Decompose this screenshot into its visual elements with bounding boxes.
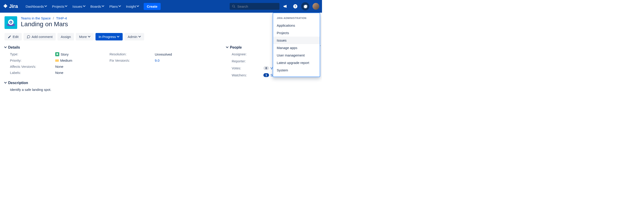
priority-medium-icon: [55, 60, 59, 61]
watchers-count-badge: 1: [264, 73, 269, 77]
issue-content: JIRA ADMINISTRATION Applications Project…: [0, 13, 322, 95]
chevron-down-icon: [4, 46, 7, 49]
description-section: Description Identify a safe landing spot…: [4, 81, 217, 91]
description-section-header[interactable]: Description: [4, 81, 217, 85]
fixversion-value: 9.0: [155, 58, 209, 62]
jira-logo[interactable]: Jira: [3, 3, 18, 9]
admin-item-system[interactable]: System: [273, 66, 320, 74]
votes-label: Votes:: [232, 66, 264, 70]
svg-line-1: [234, 7, 235, 8]
labels-value: None: [55, 71, 110, 75]
admin-item-manage-apps[interactable]: Manage apps: [273, 44, 320, 51]
nav-insight[interactable]: Insight: [124, 3, 142, 10]
nav-projects[interactable]: Projects: [50, 3, 70, 10]
svg-point-0: [232, 5, 234, 7]
product-name: Jira: [9, 3, 18, 9]
top-navigation: Jira Dashboards Projects Issues Boards P…: [0, 0, 322, 13]
admin-item-projects[interactable]: Projects: [273, 29, 320, 37]
priority-label: Priority:: [10, 58, 55, 62]
edit-button[interactable]: Edit: [4, 33, 22, 40]
jira-logo-icon: [3, 3, 8, 9]
fixversion-label: Fix Version/s:: [110, 58, 155, 62]
svg-point-7: [10, 21, 12, 23]
admin-button[interactable]: Admin: [124, 33, 144, 40]
nav-plans[interactable]: Plans: [107, 3, 123, 10]
help-button[interactable]: ?: [291, 2, 299, 10]
chevron-down-icon: [139, 36, 141, 38]
affects-label: Affects Version/s:: [10, 65, 55, 68]
project-avatar-icon: [6, 18, 16, 27]
details-section-header[interactable]: Details: [4, 45, 217, 49]
priority-value: Medium: [55, 58, 110, 62]
labels-label: Labels:: [10, 71, 55, 75]
issue-title: Landing on Mars: [21, 20, 68, 28]
breadcrumb-issue-link[interactable]: TIHP-4: [56, 16, 67, 20]
breadcrumb-project-link[interactable]: Teams in the Space: [21, 16, 51, 20]
chevron-down-icon: [119, 5, 121, 7]
search-icon: [232, 4, 236, 8]
chevron-down-icon: [137, 5, 139, 7]
more-button[interactable]: More: [76, 33, 94, 40]
story-icon: [55, 52, 59, 56]
content-columns: Details Type: Story Resolution: Unresolv…: [4, 45, 318, 91]
admin-item-upgrade-report[interactable]: Latest upgrade report: [273, 59, 320, 66]
dropdown-heading: JIRA ADMINISTRATION: [273, 16, 320, 22]
status-button[interactable]: In Progress: [96, 33, 123, 40]
type-value: Story: [55, 52, 110, 56]
affects-value: None: [55, 65, 110, 68]
assignee-label: Assignee:: [232, 52, 264, 56]
assign-button[interactable]: Assign: [58, 33, 74, 40]
help-icon: ?: [293, 4, 298, 9]
chevron-down-icon: [83, 5, 86, 7]
breadcrumb: Teams in the Space / TIHP-4: [21, 16, 68, 20]
settings-button[interactable]: [301, 2, 309, 10]
nav-issues[interactable]: Issues: [70, 3, 88, 10]
project-avatar[interactable]: [4, 16, 17, 29]
add-comment-button[interactable]: Add comment: [24, 33, 56, 40]
megaphone-icon: [283, 4, 288, 9]
chevron-down-icon: [65, 5, 68, 7]
admin-dropdown-panel: JIRA ADMINISTRATION Applications Project…: [273, 13, 320, 77]
watchers-label: Watchers:: [232, 73, 264, 77]
votes-count-badge: 0: [264, 66, 269, 70]
action-bar: Edit Add comment Assign More In Progress…: [4, 33, 318, 40]
main-column: Details Type: Story Resolution: Unresolv…: [4, 45, 217, 91]
chevron-down-icon: [117, 36, 120, 38]
nav-dashboards[interactable]: Dashboards: [23, 3, 49, 10]
chevron-down-icon: [4, 82, 7, 84]
resolution-value: Unresolved: [155, 52, 209, 56]
issue-title-block: Teams in the Space / TIHP-4 Landing on M…: [21, 16, 68, 28]
feedback-button[interactable]: [281, 2, 290, 10]
resolution-label: Resolution:: [110, 52, 155, 56]
details-grid: Type: Story Resolution: Unresolved Prior…: [10, 52, 217, 75]
fixversion-link[interactable]: 9.0: [155, 58, 160, 62]
chevron-down-icon: [102, 5, 104, 7]
breadcrumb-separator: /: [53, 16, 54, 20]
svg-text:?: ?: [294, 5, 296, 8]
nav-boards[interactable]: Boards: [88, 3, 107, 10]
comment-icon: [27, 35, 30, 39]
search-input[interactable]: [237, 4, 277, 8]
reporter-label: Reporter:: [232, 59, 264, 63]
chevron-down-icon: [45, 5, 47, 7]
admin-item-user-management[interactable]: User management: [273, 51, 320, 59]
nav-right: ?: [230, 2, 319, 10]
chevron-down-icon: [88, 36, 90, 38]
type-label: Type:: [10, 52, 55, 56]
description-text: Identify a safe landing spot.: [10, 88, 217, 91]
admin-item-issues[interactable]: Issues: [273, 37, 320, 44]
primary-nav: Dashboards Projects Issues Boards Plans …: [23, 3, 160, 10]
admin-item-applications[interactable]: Applications: [273, 22, 320, 29]
chevron-down-icon: [226, 46, 228, 49]
user-avatar[interactable]: [312, 3, 319, 10]
gear-icon: [303, 4, 308, 9]
pencil-icon: [8, 35, 11, 39]
issue-header: Teams in the Space / TIHP-4 Landing on M…: [4, 16, 318, 29]
create-button[interactable]: Create: [144, 3, 161, 10]
search-box[interactable]: [230, 3, 280, 10]
